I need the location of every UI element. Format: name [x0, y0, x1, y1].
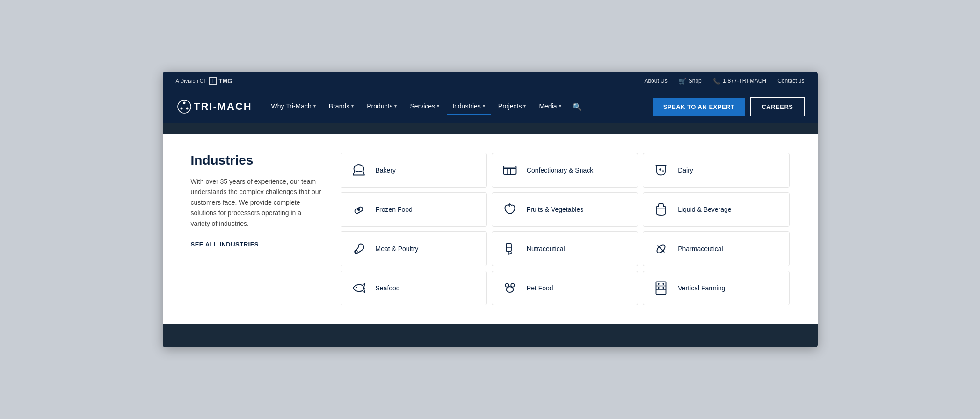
frozen-icon — [348, 199, 369, 220]
top-bar-links: About Us 🛒 Shop 📞 1-877-TRI-MACH Contact… — [644, 78, 804, 85]
industry-card-seafood[interactable]: Seafood — [341, 271, 487, 305]
liquid-label: Liquid & Beverage — [678, 206, 731, 213]
industry-card-dairy[interactable]: Dairy — [643, 153, 789, 188]
petfood-icon — [500, 278, 520, 298]
nav-why-trimach[interactable]: Why Tri-Mach ▾ — [266, 99, 321, 115]
speak-to-expert-button[interactable]: SPEAK TO AN EXPERT — [653, 98, 745, 116]
tmg-logo: T TMG — [209, 77, 232, 85]
careers-button[interactable]: CAREERS — [750, 97, 804, 116]
pharmaceutical-label: Pharmaceutical — [678, 245, 723, 253]
industry-card-fruits[interactable]: Fruits & Vegetables — [492, 192, 638, 227]
industry-card-frozen[interactable]: Frozen Food — [341, 192, 487, 227]
seafood-icon — [348, 278, 369, 298]
phone-icon: 📞 — [713, 78, 720, 85]
chevron-down-icon: ▾ — [394, 103, 397, 108]
tmg-icon: T — [209, 77, 217, 85]
fruits-icon — [500, 199, 520, 220]
svg-point-3 — [180, 108, 182, 110]
about-link[interactable]: About Us — [644, 78, 667, 84]
top-bar: A Division Of T TMG About Us 🛒 Shop 📞 1-… — [163, 72, 818, 90]
logo[interactable]: TRI-MACH — [176, 98, 251, 115]
petfood-label: Pet Food — [527, 284, 553, 292]
svg-point-19 — [506, 287, 513, 292]
fruits-label: Fruits & Vegetables — [527, 206, 583, 213]
svg-point-9 — [659, 168, 661, 171]
industries-dropdown-panel: Industries With over 35 years of experie… — [163, 134, 818, 324]
industry-card-pharmaceutical[interactable]: Pharmaceutical — [643, 231, 789, 266]
svg-point-12 — [357, 208, 360, 211]
nav-products[interactable]: Products ▾ — [361, 99, 402, 115]
industry-card-confectionary[interactable]: Confectionary & Snack — [492, 153, 638, 188]
nav-projects[interactable]: Projects ▾ — [493, 99, 532, 115]
hero-band — [163, 123, 818, 134]
industry-card-petfood[interactable]: Pet Food — [492, 271, 638, 305]
chevron-down-icon: ▾ — [523, 103, 526, 108]
nav-cta: SPEAK TO AN EXPERT CAREERS — [653, 97, 805, 116]
confectionary-icon — [500, 160, 520, 181]
nav-industries[interactable]: Industries ▾ — [447, 99, 491, 115]
meat-label: Meat & Poultry — [376, 245, 419, 253]
bakery-label: Bakery — [376, 166, 396, 174]
frozen-label: Frozen Food — [376, 206, 413, 213]
industry-card-liquid[interactable]: Liquid & Beverage — [643, 192, 789, 227]
svg-line-17 — [658, 246, 665, 253]
pharmaceutical-icon — [651, 238, 671, 259]
vertical-label: Vertical Farming — [678, 284, 725, 292]
browser-frame: A Division Of T TMG About Us 🛒 Shop 📞 1-… — [163, 72, 818, 347]
industries-description-text: With over 35 years of experience, our te… — [191, 176, 322, 229]
industries-title: Industries — [191, 153, 322, 168]
chevron-down-icon: ▾ — [483, 103, 485, 108]
dairy-label: Dairy — [678, 166, 693, 174]
cart-icon: 🛒 — [679, 78, 686, 85]
nutraceutical-label: Nutraceutical — [527, 245, 565, 253]
svg-point-18 — [356, 287, 357, 288]
chevron-down-icon: ▾ — [437, 103, 439, 108]
logo-text: TRI-MACH — [176, 98, 251, 115]
industry-card-nutraceutical[interactable]: Nutraceutical — [492, 231, 638, 266]
contact-link[interactable]: Contact us — [777, 78, 804, 84]
chevron-down-icon: ▾ — [351, 103, 354, 108]
industries-description: Industries With over 35 years of experie… — [191, 153, 322, 305]
chevron-down-icon: ▾ — [559, 103, 561, 108]
svg-text:TRI-MACH: TRI-MACH — [194, 101, 251, 112]
nutraceutical-icon — [500, 238, 520, 259]
industry-card-meat[interactable]: Meat & Poultry — [341, 231, 487, 266]
trimach-logo-svg: TRI-MACH — [176, 98, 251, 115]
bakery-icon — [348, 160, 369, 181]
svg-point-1 — [183, 102, 185, 104]
svg-point-26 — [658, 283, 660, 285]
industries-grid: Bakery Confectionary & Snack Dairy — [341, 153, 790, 305]
main-nav: TRI-MACH Why Tri-Mach ▾ Brands ▾ Product… — [163, 90, 818, 123]
search-icon[interactable]: 🔍 — [569, 99, 586, 115]
nav-links: Why Tri-Mach ▾ Brands ▾ Products ▾ Servi… — [266, 99, 653, 115]
confectionary-label: Confectionary & Snack — [527, 166, 593, 174]
svg-point-20 — [505, 283, 509, 287]
industry-card-bakery[interactable]: Bakery — [341, 153, 487, 188]
svg-point-27 — [663, 283, 665, 285]
vertical-icon — [651, 278, 671, 298]
tmg-text: TMG — [218, 78, 232, 85]
phone-link[interactable]: 📞 1-877-TRI-MACH — [713, 78, 766, 85]
liquid-icon — [651, 199, 671, 220]
seafood-label: Seafood — [376, 284, 400, 292]
nav-services[interactable]: Services ▾ — [404, 99, 445, 115]
svg-point-28 — [658, 287, 660, 289]
dairy-icon — [651, 160, 671, 181]
svg-point-29 — [663, 287, 665, 289]
nav-media[interactable]: Media ▾ — [533, 99, 566, 115]
division-branding: A Division Of T TMG — [176, 77, 232, 85]
industry-card-vertical[interactable]: Vertical Farming — [643, 271, 789, 305]
meat-icon — [348, 238, 369, 259]
svg-point-21 — [511, 283, 515, 287]
svg-rect-6 — [503, 166, 516, 169]
chevron-down-icon: ▾ — [313, 103, 316, 108]
footer-band — [163, 324, 818, 347]
see-all-industries-link[interactable]: SEE ALL INDUSTRIES — [191, 241, 259, 248]
division-label: A Division Of — [176, 78, 205, 84]
nav-brands[interactable]: Brands ▾ — [323, 99, 359, 115]
shop-link[interactable]: 🛒 Shop — [679, 78, 702, 85]
svg-point-2 — [186, 108, 188, 110]
svg-point-10 — [662, 170, 664, 172]
